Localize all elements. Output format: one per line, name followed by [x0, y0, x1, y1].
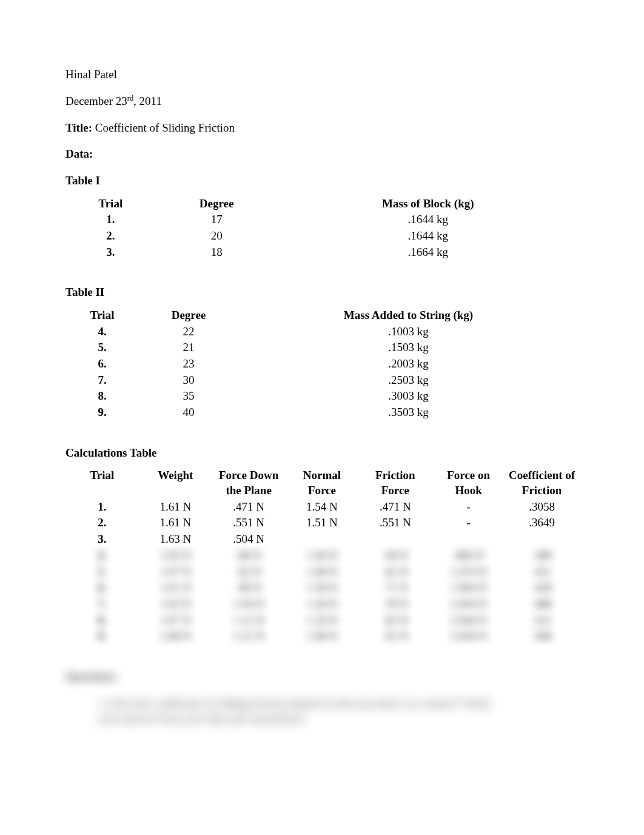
table2-trial: 5.: [65, 340, 139, 356]
blur-cell: 1.964 N: [432, 580, 505, 596]
table2-degree: 23: [139, 356, 238, 372]
table3-weight: 1.63 N: [139, 531, 212, 548]
table-row: 3. 1.63 N .504 N: [65, 531, 579, 548]
table1-mass: .1664 kg: [278, 244, 579, 261]
blur-cell: 6.: [65, 580, 139, 596]
table1-header-trial: Trial: [65, 196, 156, 212]
blur-cell: 1.08 N: [286, 628, 359, 645]
title-line: Title: Coefficient of Sliding Friction: [65, 120, 579, 136]
table-row: 3. 18 .1664 kg: [65, 244, 579, 261]
table-row-blurred: 6. 1.61 N .98 N 1.38 N .71 N 1.964 N .42…: [65, 580, 579, 596]
table2-trial: 6.: [65, 356, 139, 372]
table3-caption: Calculations Table: [65, 445, 579, 461]
table3-header-weight: Weight: [139, 468, 212, 498]
table2-trial: 8.: [65, 388, 139, 404]
table1: Trial Degree Mass of Block (kg) 1. 17 .1…: [65, 196, 579, 261]
table1-degree: 20: [156, 228, 278, 244]
blur-cell: 1.61 N: [139, 580, 212, 596]
table2-mass: .1003 kg: [238, 324, 579, 340]
table-row: 7. 30 .2503 kg: [65, 372, 579, 389]
blur-cell: 1.67 N: [139, 612, 212, 629]
blur-cell: .82 N: [358, 612, 432, 629]
blur-cell: 5.: [65, 564, 139, 580]
blur-cell: .411: [505, 564, 579, 580]
questions-section: Questions: 1. Does the coefficient of sl…: [65, 669, 579, 726]
table3-hook: -: [432, 515, 505, 531]
blur-cell: .58 N: [358, 548, 432, 564]
table3-weight: 1.61 N: [139, 499, 212, 515]
table3-trial: 3.: [65, 531, 139, 548]
question-number: 1.: [98, 697, 107, 709]
document-date: December 23rd, 2011: [65, 93, 579, 109]
date-prefix: December 23: [65, 95, 127, 107]
title-label: Title:: [65, 121, 92, 134]
blur-cell: 1.63 N: [139, 596, 212, 612]
blur-cell: 1.21 N: [212, 628, 286, 645]
table1-trial: 1.: [65, 212, 156, 228]
blur-cell: .91 N: [358, 628, 432, 645]
question-item-blurred: 1. Does the coefficient of sliding frict…: [98, 696, 579, 726]
table-row-blurred: 9. 1.68 N 1.21 N 1.08 N .91 N 3.434 N .5…: [65, 628, 579, 645]
question-text-l1: Does the coefficient of sliding friction…: [110, 697, 491, 709]
blur-cell: 4.: [65, 548, 139, 564]
table3-hook: [432, 531, 505, 548]
table-row: 4. 22 .1003 kg: [65, 324, 579, 340]
blur-cell: .488: [505, 596, 579, 612]
blur-cell: .62 N: [358, 564, 432, 580]
blur-cell: .71 N: [358, 580, 432, 596]
table3-normal: [286, 531, 359, 548]
table3-fdown: .504 N: [212, 531, 286, 548]
table1-caption: Table I: [65, 173, 579, 189]
table2-trial: 7.: [65, 372, 139, 389]
date-ordinal: rd: [127, 94, 133, 102]
questions-heading-blurred: Questions:: [65, 669, 579, 685]
table1-mass: .1644 kg: [278, 212, 579, 228]
date-suffix: , 2011: [133, 95, 162, 107]
table1-mass: .1644 kg: [278, 228, 579, 244]
table3-weight: 1.61 N: [139, 515, 212, 531]
table2-mass: .2003 kg: [238, 356, 579, 372]
table3-header-normal: Normal Force: [286, 468, 359, 498]
blur-cell: 1.474 N: [432, 564, 505, 580]
blur-cell: 1.65 N: [139, 548, 212, 564]
table3-coef: .3058: [505, 499, 579, 515]
table1-degree: 18: [156, 244, 278, 261]
table3-normal: 1.54 N: [286, 499, 359, 515]
blur-cell: 1.58 N: [286, 548, 359, 564]
question-text-l2: your answer from your data and calculati…: [98, 712, 306, 725]
table3-header-trial: Trial: [65, 468, 139, 498]
table2-mass: .1503 kg: [238, 340, 579, 356]
table2-caption: Table II: [65, 284, 579, 300]
table2-degree: 30: [139, 372, 238, 389]
table2-degree: 22: [139, 324, 238, 340]
blur-cell: 1.48 N: [286, 564, 359, 580]
table-row: 5. 21 .1503 kg: [65, 340, 579, 356]
table1-trial: 3.: [65, 244, 156, 261]
blur-cell: .568: [505, 628, 579, 645]
table3-friction: .551 N: [358, 515, 432, 531]
table1-header-mass: Mass of Block (kg): [278, 196, 579, 212]
blur-cell: 1.28 N: [286, 596, 359, 612]
table3-trial: 1.: [65, 499, 139, 515]
blur-cell: 3.434 N: [432, 628, 505, 645]
blur-cell: 7.: [65, 596, 139, 612]
table-row: 9. 40 .3503 kg: [65, 404, 579, 421]
blur-cell: 1.04 N: [212, 596, 286, 612]
table3-header-fdown: Force Down the Plane: [212, 468, 286, 498]
table-row: 2. 20 .1644 kg: [65, 228, 579, 244]
table3-coef: .3649: [505, 515, 579, 531]
table3-friction: .471 N: [358, 499, 432, 515]
blur-cell: .92 N: [212, 564, 286, 580]
table2-degree: 35: [139, 388, 238, 404]
table2-degree: 21: [139, 340, 238, 356]
table-row: 1. 17 .1644 kg: [65, 212, 579, 228]
table1-header-row: Trial Degree Mass of Block (kg): [65, 196, 579, 212]
blur-cell: 2.454 N: [432, 596, 505, 612]
table3-normal: 1.51 N: [286, 515, 359, 531]
table2-header-row: Trial Degree Mass Added to String (kg): [65, 307, 579, 324]
table1-trial: 2.: [65, 228, 156, 244]
table2: Trial Degree Mass Added to String (kg) 4…: [65, 307, 579, 421]
blur-cell: .428: [505, 580, 579, 596]
blur-cell: .984 N: [432, 548, 505, 564]
blur-cell: .88 N: [212, 548, 286, 564]
